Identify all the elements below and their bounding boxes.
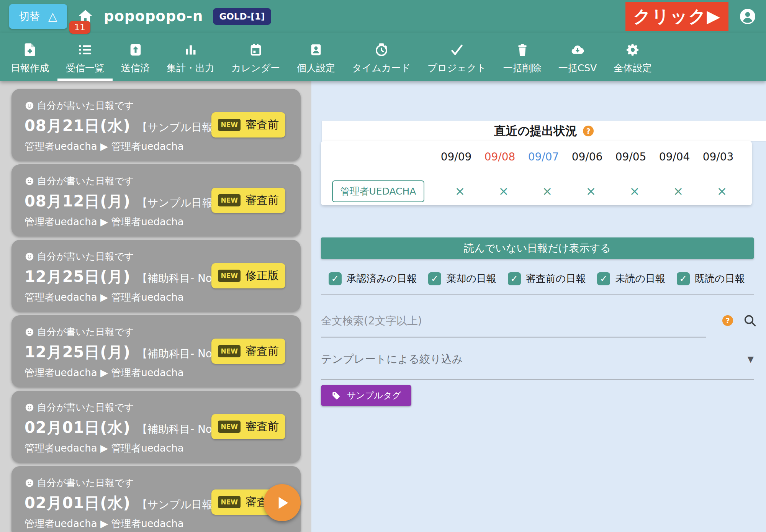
user-button[interactable]: 管理者UEDACHA bbox=[332, 180, 424, 202]
nav-item-sent[interactable]: 送信済 bbox=[113, 42, 158, 81]
card-authors: 管理者uedacha ▶ 管理者uedacha bbox=[25, 291, 288, 304]
nav-item-label: 一括削除 bbox=[503, 62, 542, 74]
card-note: 自分が書いた日報です bbox=[25, 326, 288, 338]
calendar-icon bbox=[248, 42, 264, 57]
submission-status-title: 直近の提出状況 bbox=[494, 123, 578, 139]
check-icon bbox=[449, 42, 465, 57]
report-card[interactable]: 自分が書いた日報です 12月25日(月) 【補助科目- No 5】 管理者ued… bbox=[11, 315, 301, 387]
missing-mark: × bbox=[565, 180, 609, 202]
checkbox-checked[interactable] bbox=[428, 272, 441, 285]
card-date: 02月01日(水) bbox=[25, 417, 131, 438]
card-note-text: 自分が書いた日報です bbox=[37, 476, 134, 489]
card-note: 自分が書いた日報です bbox=[25, 476, 288, 489]
card-authors: 管理者uedacha ▶ 管理者uedacha bbox=[25, 517, 288, 530]
new-tag: NEW bbox=[218, 119, 241, 131]
missing-mark: × bbox=[609, 180, 653, 202]
nav-item-label: 全体設定 bbox=[614, 62, 652, 74]
nav-item-label: 日報作成 bbox=[11, 62, 49, 74]
date-header: 09/04 bbox=[653, 149, 696, 165]
card-date: 08月12日(月) bbox=[25, 191, 131, 212]
template-filter-select[interactable]: テンプレートによる絞り込み ▼ bbox=[321, 352, 754, 367]
card-date: 12月25日(月) bbox=[25, 342, 131, 363]
checkbox-checked[interactable] bbox=[597, 272, 610, 285]
card-authors: 管理者uedacha ▶ 管理者uedacha bbox=[25, 140, 288, 153]
nav-item-calendar[interactable]: カレンダー bbox=[223, 42, 288, 81]
status-text: 審査前 bbox=[246, 193, 279, 208]
new-tag: NEW bbox=[218, 345, 241, 357]
template-underline bbox=[321, 379, 754, 380]
face-icon bbox=[25, 478, 34, 488]
help-icon[interactable]: ? bbox=[583, 126, 594, 136]
fab-play-button[interactable] bbox=[264, 484, 301, 521]
inbox-count-badge: 11 bbox=[69, 21, 90, 34]
search-help-icon[interactable]: ? bbox=[722, 315, 733, 326]
switch-button[interactable]: 切替 △ bbox=[9, 4, 67, 29]
card-authors: 管理者uedacha ▶ 管理者uedacha bbox=[25, 215, 288, 229]
card-date: 08月21日(水) bbox=[25, 115, 131, 136]
report-card[interactable]: 自分が書いた日報です 02月01日(水) 【サンプル日報- No 3】 管理者u… bbox=[11, 466, 301, 532]
nav-item-project[interactable]: プロジェクト bbox=[419, 42, 495, 81]
nav-item-label: プロジェクト bbox=[427, 62, 486, 74]
status-badge: NEW 審査前 bbox=[211, 339, 285, 364]
checkbox-checked[interactable] bbox=[508, 272, 521, 285]
checkbox-checked[interactable] bbox=[329, 272, 342, 285]
document-add-icon bbox=[22, 42, 38, 57]
nav-item-global-settings[interactable]: 全体設定 bbox=[605, 42, 660, 81]
report-card[interactable]: 自分が書いた日報です 02月01日(水) 【補助科目- No 4】 管理者ued… bbox=[11, 391, 301, 463]
timer-icon bbox=[374, 42, 389, 57]
switch-label: 切替 bbox=[19, 10, 40, 23]
checkbox-label: 審査前の日報 bbox=[526, 272, 586, 285]
report-card[interactable]: 自分が書いた日報です 08月12日(月) 【サンプル日報- No 4】 管理者u… bbox=[11, 164, 301, 236]
date-header: 09/03 bbox=[696, 149, 740, 165]
full-text-search: ? bbox=[321, 314, 757, 327]
date-header: 09/07 bbox=[522, 149, 565, 165]
search-underline bbox=[321, 337, 706, 337]
person-card-icon bbox=[308, 42, 324, 57]
status-badge: NEW 修正版 bbox=[211, 263, 285, 288]
filter-read: 既読の日報 bbox=[677, 272, 745, 285]
card-date: 12月25日(月) bbox=[25, 266, 131, 287]
card-authors: 管理者uedacha ▶ 管理者uedacha bbox=[25, 442, 288, 455]
nav-item-report-create[interactable]: 日報作成 bbox=[2, 42, 57, 81]
nav-item-personal-settings[interactable]: 個人設定 bbox=[288, 42, 344, 81]
bar-chart-icon bbox=[183, 42, 198, 57]
sent-box-icon bbox=[128, 42, 143, 57]
status-text: 審査前 bbox=[246, 344, 279, 359]
trash-icon bbox=[515, 42, 530, 57]
nav-item-inbox[interactable]: 11 受信一覧 bbox=[57, 42, 113, 81]
date-header-row: 09/09 09/08 09/07 09/06 09/05 09/04 09/0… bbox=[321, 149, 752, 165]
card-authors: 管理者uedacha ▶ 管理者uedacha bbox=[25, 366, 288, 380]
account-icon[interactable] bbox=[738, 7, 757, 26]
new-tag: NEW bbox=[218, 270, 241, 282]
cloud-download-icon bbox=[570, 42, 585, 57]
app-root: 切替 △ popopopo-n GOLD-[1] クリック▶ 日報作成 bbox=[0, 0, 766, 532]
sample-tag-button[interactable]: サンプルタグ bbox=[321, 385, 411, 406]
search-input[interactable] bbox=[321, 314, 712, 327]
card-note: 自分が書いた日報です bbox=[25, 99, 288, 112]
report-card[interactable]: 自分が書いた日報です 12月25日(月) 【補助科目- No 6】 管理者ued… bbox=[11, 240, 301, 312]
nav-item-bulk-delete[interactable]: 一括削除 bbox=[495, 42, 550, 81]
chevron-down-icon: ▼ bbox=[748, 355, 754, 364]
missing-mark: × bbox=[696, 180, 740, 202]
search-icon[interactable] bbox=[743, 314, 757, 327]
face-icon bbox=[25, 252, 34, 262]
show-unread-only-button[interactable]: 読んでいない日報だけ表示する bbox=[321, 237, 754, 259]
nav-item-aggregate-output[interactable]: 集計・出力 bbox=[158, 42, 223, 81]
nav-item-bulk-csv[interactable]: 一括CSV bbox=[550, 42, 605, 81]
checkbox-label: 承認済みの日報 bbox=[347, 272, 417, 285]
new-tag: NEW bbox=[218, 496, 241, 508]
main-content: 自分が書いた日報です 08月21日(水) 【サンプル日報- No 5】 管理者u… bbox=[0, 81, 766, 532]
tag-label: サンプルタグ bbox=[347, 390, 401, 401]
top-bar: 切替 △ popopopo-n GOLD-[1] クリック▶ bbox=[0, 0, 766, 33]
submission-status-header: 直近の提出状況 ? bbox=[322, 121, 766, 141]
date-header: 09/08 bbox=[478, 149, 522, 165]
report-card[interactable]: 自分が書いた日報です 08月21日(水) 【サンプル日報- No 5】 管理者u… bbox=[11, 89, 301, 161]
checkbox-checked[interactable] bbox=[677, 272, 690, 285]
missing-mark: × bbox=[434, 180, 478, 202]
list-icon: 11 bbox=[77, 42, 93, 57]
nav-item-timecard[interactable]: タイムカード bbox=[344, 42, 419, 81]
filter-approved: 承認済みの日報 bbox=[329, 272, 417, 285]
filter-panel: 直近の提出状況 ? 09/09 09/08 09/07 09/06 09/05 … bbox=[311, 81, 766, 532]
nav-item-label: カレンダー bbox=[231, 62, 280, 74]
click-button[interactable]: クリック▶ bbox=[625, 2, 728, 31]
